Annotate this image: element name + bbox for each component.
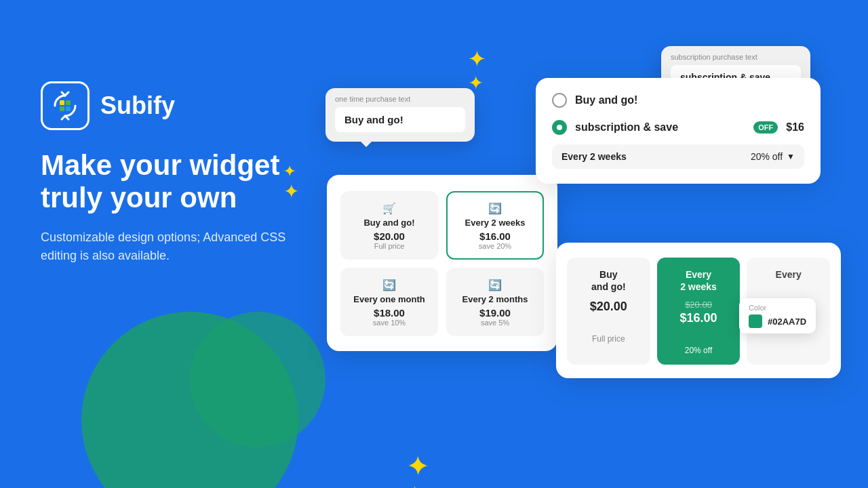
color-swatch[interactable] xyxy=(749,314,762,328)
discount-label: 20% off ▼ xyxy=(751,151,795,162)
card-every-2m[interactable]: 🔄 Every 2 months $19.00 save 5% xyxy=(446,268,544,336)
refresh-icon-1m: 🔄 xyxy=(382,279,396,291)
bottom-card-2w-off: 20% off xyxy=(664,346,734,355)
card-every-2m-title: Every 2 months xyxy=(454,294,536,304)
svg-rect-1 xyxy=(66,100,71,105)
logo-icon xyxy=(41,81,90,130)
svg-rect-2 xyxy=(60,106,64,111)
color-label: Color xyxy=(749,304,806,312)
frequency-label: Every 2 weeks xyxy=(561,151,627,162)
card-every-2m-price: $19.00 xyxy=(454,307,536,319)
off-badge: OFF xyxy=(753,121,778,134)
refresh-icon-2w: 🔄 xyxy=(488,202,502,215)
card-buy-go-sub: Full price xyxy=(349,242,430,250)
bottom-card-2w-price: $16.00 xyxy=(664,311,734,325)
bottom-card-buy-go-off: Full price xyxy=(574,334,644,344)
logo-area: Subify xyxy=(41,81,298,130)
card-every-1m-title: Every one month xyxy=(349,294,430,304)
radio-buy-go[interactable] xyxy=(552,93,567,108)
svg-rect-0 xyxy=(60,100,64,105)
color-popup-inner: Color #02AA7D xyxy=(749,304,806,328)
card-every-2w-price: $16.00 xyxy=(454,230,536,242)
frequency-selector[interactable]: Every 2 weeks 20% off ▼ xyxy=(552,144,804,169)
chevron-down-icon: ▼ xyxy=(787,152,795,161)
bottom-card-every-2w[interactable]: Every2 weeks $20.00 $16.00 20% off xyxy=(657,258,741,365)
left-section: Subify Make your widget truly your own C… xyxy=(41,81,298,265)
sub-option-2-row: subscription & save OFF $16 xyxy=(552,120,804,135)
main-selector-widget: 🛒 Buy and go! $20.00 Full price 🔄 Every … xyxy=(327,175,557,351)
bottom-card-x-title: Every xyxy=(753,268,823,281)
color-row: #02AA7D xyxy=(749,314,806,328)
bottom-card-buy-go-price: $20.00 xyxy=(574,300,644,314)
radio-subscription[interactable] xyxy=(552,120,567,135)
otp-button[interactable]: Buy and go! xyxy=(335,107,465,132)
cards-grid: 🛒 Buy and go! $20.00 Full price 🔄 Every … xyxy=(340,191,544,336)
card-buy-go-title: Buy and go! xyxy=(349,218,430,228)
subtext: Customizable design options; Advanced CS… xyxy=(41,228,298,265)
card-every-2m-sub: save 5% xyxy=(454,319,536,327)
headline: Make your widget truly your own xyxy=(41,149,298,215)
refresh-icon-2m: 🔄 xyxy=(488,279,502,291)
card-every-1m[interactable]: 🔄 Every one month $18.00 save 10% xyxy=(340,268,438,336)
card-every-2w-title: Every 2 weeks xyxy=(454,218,536,228)
color-hex-value: #02AA7D xyxy=(768,317,806,327)
card-every-1m-price: $18.00 xyxy=(349,307,430,319)
sub-popup-label: subscription purchase text xyxy=(671,53,801,61)
bottom-card-buy-go-title: Buyand go! xyxy=(574,268,644,293)
card-every-2w-sub: save 20% xyxy=(454,242,536,250)
sub-option-1-row: Buy and go! xyxy=(552,93,804,108)
card-buy-go[interactable]: 🛒 Buy and go! $20.00 Full price xyxy=(340,191,438,260)
svg-rect-3 xyxy=(66,106,71,111)
decorative-blob-2 xyxy=(190,312,326,447)
color-picker-popup: Color #02AA7D xyxy=(739,298,816,333)
brand-name: Subify xyxy=(100,92,175,120)
subscription-panel: Buy and go! subscription & save OFF $16 … xyxy=(536,78,821,184)
otp-label: one time purchase text xyxy=(335,95,465,103)
card-every-1m-sub: save 10% xyxy=(349,319,430,327)
bottom-card-2w-title: Every2 weeks xyxy=(664,268,734,293)
card-buy-go-price: $20.00 xyxy=(349,230,430,242)
sub-price: $16 xyxy=(786,121,804,134)
cart-icon: 🛒 xyxy=(382,202,396,215)
bottom-card-2w-price-old: $20.00 xyxy=(664,300,734,310)
card-every-2w[interactable]: 🔄 Every 2 weeks $16.00 save 20% xyxy=(446,191,544,260)
sub-option-1-label: Buy and go! xyxy=(575,94,804,106)
sub-option-2-label: subscription & save xyxy=(575,121,741,134)
otp-popup-widget: one time purchase text Buy and go! xyxy=(326,88,475,142)
bottom-card-buy-go[interactable]: Buyand go! $20.00 Full price xyxy=(567,258,650,365)
